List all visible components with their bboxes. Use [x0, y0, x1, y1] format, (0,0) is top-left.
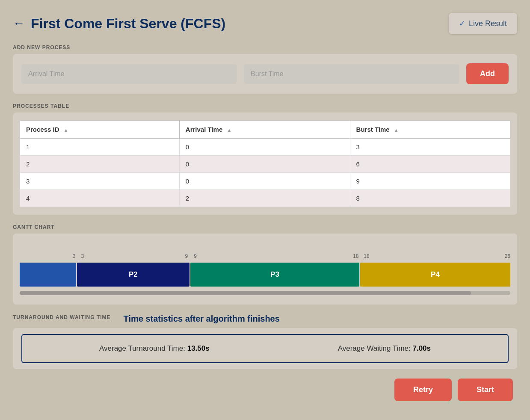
back-button[interactable]: ←	[13, 17, 25, 30]
col-burst-time[interactable]: Burst Time ▲	[350, 121, 510, 139]
gantt-time-top-3b: 3	[81, 253, 84, 259]
cell-arrival_time: 2	[179, 190, 350, 207]
cell-process_id: 2	[20, 156, 180, 173]
avg-turnaround-label: Average Turnaround Time:	[99, 344, 187, 352]
stats-box: Average Turnaround Time: 13.50s Average …	[13, 328, 517, 369]
header-left: ← First Come First Serve (FCFS)	[13, 16, 225, 32]
gantt-bar-p4: P4	[360, 263, 510, 287]
gantt-time-top-26: 26	[505, 253, 510, 259]
cell-process_id: 1	[20, 139, 180, 156]
gantt-bar-p2: P2	[77, 263, 189, 287]
cell-burst_time: 8	[350, 190, 510, 207]
gantt-time-top-9b: 9	[194, 253, 197, 259]
stats-inner: Average Turnaround Time: 13.50s Average …	[21, 334, 509, 363]
table-row: 206	[20, 156, 510, 173]
live-result-button[interactable]: ✓ Live Result	[449, 13, 517, 34]
cell-arrival_time: 0	[179, 173, 350, 190]
check-icon: ✓	[459, 19, 465, 28]
gantt-box: 3 3 9 9 18 18 26 P2P3P4	[13, 234, 517, 305]
avg-waiting-stat: Average Waiting Time: 7.00s	[338, 344, 431, 353]
gantt-bars: P2P3P4	[20, 263, 510, 287]
processes-box: Process ID ▲ Arrival Time ▲ Burst Time ▲…	[13, 112, 517, 215]
cell-arrival_time: 0	[179, 156, 350, 173]
table-row: 103	[20, 139, 510, 156]
processes-table-label: PROCESSES TABLE	[13, 103, 517, 109]
avg-waiting-value: 7.00s	[412, 344, 431, 352]
cell-burst_time: 3	[350, 139, 510, 156]
stats-section-label: TURNAROUND AND WAITING TIME	[13, 314, 111, 320]
gantt-scrollbar[interactable]	[20, 291, 510, 295]
start-button[interactable]: Start	[458, 379, 513, 401]
col-arrival-time[interactable]: Arrival Time ▲	[179, 121, 350, 139]
cell-process_id: 3	[20, 173, 180, 190]
table-row: 428	[20, 190, 510, 207]
cell-burst_time: 9	[350, 173, 510, 190]
add-button[interactable]: Add	[466, 63, 509, 84]
cell-arrival_time: 0	[179, 139, 350, 156]
gantt-time-top-18a: 18	[353, 253, 358, 259]
processes-table: Process ID ▲ Arrival Time ▲ Burst Time ▲…	[20, 120, 510, 207]
table-row: 309	[20, 173, 510, 190]
table-header-row: Process ID ▲ Arrival Time ▲ Burst Time ▲	[20, 121, 510, 139]
add-process-box: Add	[13, 54, 517, 94]
sort-arrow-pid: ▲	[64, 127, 68, 133]
sort-arrow-burst: ▲	[394, 127, 399, 133]
stats-title: Time statistics after algorithm finishes	[124, 314, 280, 324]
gantt-time-top-9a: 9	[185, 253, 188, 259]
stats-header: TURNAROUND AND WAITING TIME Time statist…	[13, 314, 517, 324]
arrival-time-input[interactable]	[21, 64, 237, 84]
gantt-section: GANTT CHART 3 3 9 9 18 18 26 P2P3P4	[13, 224, 517, 305]
gantt-bar-p3: P3	[190, 263, 359, 287]
cell-burst_time: 6	[350, 156, 510, 173]
page-header: ← First Come First Serve (FCFS) ✓ Live R…	[13, 13, 517, 34]
live-result-label: Live Result	[469, 19, 507, 28]
gantt-time-top-18b: 18	[364, 253, 369, 259]
stats-section: TURNAROUND AND WAITING TIME Time statist…	[13, 314, 517, 369]
sort-arrow-arrival: ▲	[227, 127, 231, 133]
gantt-time-top-3a: 3	[73, 253, 76, 259]
gantt-chart-label: GANTT CHART	[13, 224, 517, 230]
burst-time-input[interactable]	[244, 64, 459, 84]
page-title: First Come First Serve (FCFS)	[31, 16, 225, 32]
retry-button[interactable]: Retry	[394, 379, 452, 401]
bottom-actions: Retry Start	[13, 379, 517, 401]
processes-section: PROCESSES TABLE Process ID ▲ Arrival Tim…	[13, 103, 517, 215]
gantt-bar-p1	[20, 263, 76, 287]
gantt-container: 3 3 9 9 18 18 26 P2P3P4	[20, 253, 510, 295]
add-process-section: ADD NEW PROCESS Add	[13, 44, 517, 94]
add-process-label: ADD NEW PROCESS	[13, 44, 517, 50]
cell-process_id: 4	[20, 190, 180, 207]
avg-turnaround-stat: Average Turnaround Time: 13.50s	[99, 344, 210, 353]
col-process-id[interactable]: Process ID ▲	[20, 121, 180, 139]
avg-turnaround-value: 13.50s	[187, 344, 210, 352]
avg-waiting-label: Average Waiting Time:	[338, 344, 413, 352]
gantt-scrollbar-thumb	[20, 291, 471, 295]
